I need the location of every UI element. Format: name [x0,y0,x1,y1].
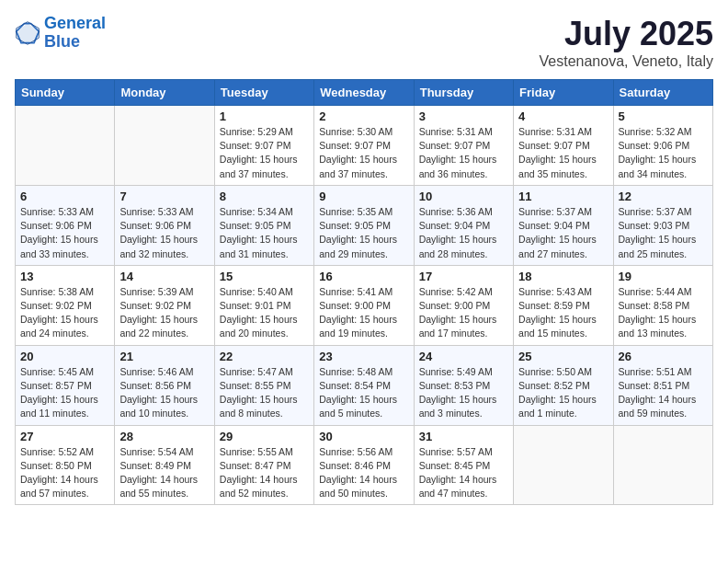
calendar-cell: 28Sunrise: 5:54 AM Sunset: 8:49 PM Dayli… [115,425,214,505]
day-number: 17 [419,270,508,283]
day-number: 22 [220,350,309,363]
day-number: 16 [319,270,408,283]
day-number: 9 [319,190,408,203]
logo: General Blue [15,15,106,52]
weekday-header-friday: Friday [514,80,613,106]
weekday-header-row: SundayMondayTuesdayWednesdayThursdayFrid… [16,80,713,106]
day-number: 6 [20,190,109,203]
day-number: 12 [619,190,708,203]
weekday-header-sunday: Sunday [16,80,115,106]
day-detail: Sunrise: 5:50 AM Sunset: 8:52 PM Dayligh… [518,365,608,421]
subtitle: Vestenanova, Veneto, Italy [540,53,713,70]
weekday-header-wednesday: Wednesday [314,80,414,106]
calendar-cell: 18Sunrise: 5:43 AM Sunset: 8:59 PM Dayli… [514,265,613,345]
day-number: 11 [518,190,608,203]
day-detail: Sunrise: 5:32 AM Sunset: 9:06 PM Dayligh… [619,125,708,181]
calendar-cell: 23Sunrise: 5:48 AM Sunset: 8:54 PM Dayli… [314,345,414,425]
day-detail: Sunrise: 5:34 AM Sunset: 9:05 PM Dayligh… [220,205,309,261]
calendar-cell: 16Sunrise: 5:41 AM Sunset: 9:00 PM Dayli… [314,265,414,345]
day-number: 1 [220,109,309,123]
day-number: 2 [319,109,408,123]
calendar-cell [514,425,613,505]
day-number: 13 [20,270,109,283]
day-number: 14 [119,270,209,283]
day-detail: Sunrise: 5:43 AM Sunset: 8:59 PM Dayligh… [518,285,608,341]
day-detail: Sunrise: 5:45 AM Sunset: 8:57 PM Dayligh… [20,365,109,421]
day-number: 24 [419,350,508,363]
day-detail: Sunrise: 5:44 AM Sunset: 8:58 PM Dayligh… [619,285,708,341]
calendar-cell [613,425,712,505]
calendar-cell: 29Sunrise: 5:55 AM Sunset: 8:47 PM Dayli… [214,425,313,505]
day-detail: Sunrise: 5:41 AM Sunset: 9:00 PM Dayligh… [319,285,408,341]
day-detail: Sunrise: 5:42 AM Sunset: 9:00 PM Dayligh… [419,285,508,341]
calendar-cell: 5Sunrise: 5:32 AM Sunset: 9:06 PM Daylig… [613,106,712,186]
logo-line1: General [44,14,106,32]
day-number: 21 [119,350,209,363]
header: General Blue July 2025 Vestenanova, Vene… [15,15,713,70]
day-number: 20 [20,350,109,363]
day-number: 31 [419,430,508,443]
day-detail: Sunrise: 5:35 AM Sunset: 9:05 PM Dayligh… [319,205,408,261]
day-detail: Sunrise: 5:31 AM Sunset: 9:07 PM Dayligh… [518,125,608,181]
day-detail: Sunrise: 5:29 AM Sunset: 9:07 PM Dayligh… [220,125,309,181]
day-detail: Sunrise: 5:46 AM Sunset: 8:56 PM Dayligh… [119,365,209,421]
week-row-2: 6Sunrise: 5:33 AM Sunset: 9:06 PM Daylig… [16,185,713,265]
day-number: 19 [619,270,708,283]
calendar-cell: 26Sunrise: 5:51 AM Sunset: 8:51 PM Dayli… [613,345,712,425]
calendar-cell: 17Sunrise: 5:42 AM Sunset: 9:00 PM Dayli… [414,265,513,345]
day-number: 25 [518,350,608,363]
day-detail: Sunrise: 5:49 AM Sunset: 8:53 PM Dayligh… [419,365,508,421]
weekday-header-thursday: Thursday [414,80,513,106]
calendar-cell: 15Sunrise: 5:40 AM Sunset: 9:01 PM Dayli… [214,265,313,345]
calendar-cell: 13Sunrise: 5:38 AM Sunset: 9:02 PM Dayli… [16,265,115,345]
day-number: 15 [220,270,309,283]
calendar-cell: 19Sunrise: 5:44 AM Sunset: 8:58 PM Dayli… [613,265,712,345]
calendar-cell: 6Sunrise: 5:33 AM Sunset: 9:06 PM Daylig… [16,185,115,265]
day-number: 3 [419,109,508,123]
calendar-cell: 4Sunrise: 5:31 AM Sunset: 9:07 PM Daylig… [514,106,613,186]
calendar-cell: 9Sunrise: 5:35 AM Sunset: 9:05 PM Daylig… [314,185,414,265]
weekday-header-tuesday: Tuesday [214,80,313,106]
day-number: 8 [220,190,309,203]
day-number: 29 [220,430,309,443]
day-number: 7 [119,190,209,203]
logo-text: General Blue [44,15,106,52]
main-title: July 2025 [540,15,713,53]
week-row-5: 27Sunrise: 5:52 AM Sunset: 8:50 PM Dayli… [16,425,713,505]
day-number: 10 [419,190,508,203]
day-detail: Sunrise: 5:31 AM Sunset: 9:07 PM Dayligh… [419,125,508,181]
day-number: 4 [518,109,608,123]
day-detail: Sunrise: 5:48 AM Sunset: 8:54 PM Dayligh… [319,365,408,421]
calendar-cell: 10Sunrise: 5:36 AM Sunset: 9:04 PM Dayli… [414,185,513,265]
day-detail: Sunrise: 5:52 AM Sunset: 8:50 PM Dayligh… [20,445,109,501]
day-detail: Sunrise: 5:30 AM Sunset: 9:07 PM Dayligh… [319,125,408,181]
calendar-cell: 24Sunrise: 5:49 AM Sunset: 8:53 PM Dayli… [414,345,513,425]
day-number: 27 [20,430,109,443]
day-number: 18 [518,270,608,283]
day-detail: Sunrise: 5:37 AM Sunset: 9:03 PM Dayligh… [619,205,708,261]
calendar-cell: 22Sunrise: 5:47 AM Sunset: 8:55 PM Dayli… [214,345,313,425]
day-detail: Sunrise: 5:56 AM Sunset: 8:46 PM Dayligh… [319,445,408,501]
day-detail: Sunrise: 5:55 AM Sunset: 8:47 PM Dayligh… [220,445,309,501]
day-detail: Sunrise: 5:57 AM Sunset: 8:45 PM Dayligh… [419,445,508,501]
week-row-1: 1Sunrise: 5:29 AM Sunset: 9:07 PM Daylig… [16,106,713,186]
title-area: July 2025 Vestenanova, Veneto, Italy [540,15,713,70]
weekday-header-saturday: Saturday [613,80,712,106]
calendar-cell: 1Sunrise: 5:29 AM Sunset: 9:07 PM Daylig… [214,106,313,186]
calendar-cell: 14Sunrise: 5:39 AM Sunset: 9:02 PM Dayli… [115,265,214,345]
calendar-cell: 25Sunrise: 5:50 AM Sunset: 8:52 PM Dayli… [514,345,613,425]
weekday-header-monday: Monday [115,80,214,106]
day-number: 30 [319,430,408,443]
calendar-cell: 11Sunrise: 5:37 AM Sunset: 9:04 PM Dayli… [514,185,613,265]
calendar-table: SundayMondayTuesdayWednesdayThursdayFrid… [15,79,713,505]
day-detail: Sunrise: 5:54 AM Sunset: 8:49 PM Dayligh… [119,445,209,501]
calendar-cell: 12Sunrise: 5:37 AM Sunset: 9:03 PM Dayli… [613,185,712,265]
day-number: 26 [619,350,708,363]
calendar-cell: 8Sunrise: 5:34 AM Sunset: 9:05 PM Daylig… [214,185,313,265]
day-number: 23 [319,350,408,363]
calendar-cell: 27Sunrise: 5:52 AM Sunset: 8:50 PM Dayli… [16,425,115,505]
calendar-cell: 31Sunrise: 5:57 AM Sunset: 8:45 PM Dayli… [414,425,513,505]
day-number: 5 [619,109,708,123]
day-detail: Sunrise: 5:40 AM Sunset: 9:01 PM Dayligh… [220,285,309,341]
day-number: 28 [119,430,209,443]
